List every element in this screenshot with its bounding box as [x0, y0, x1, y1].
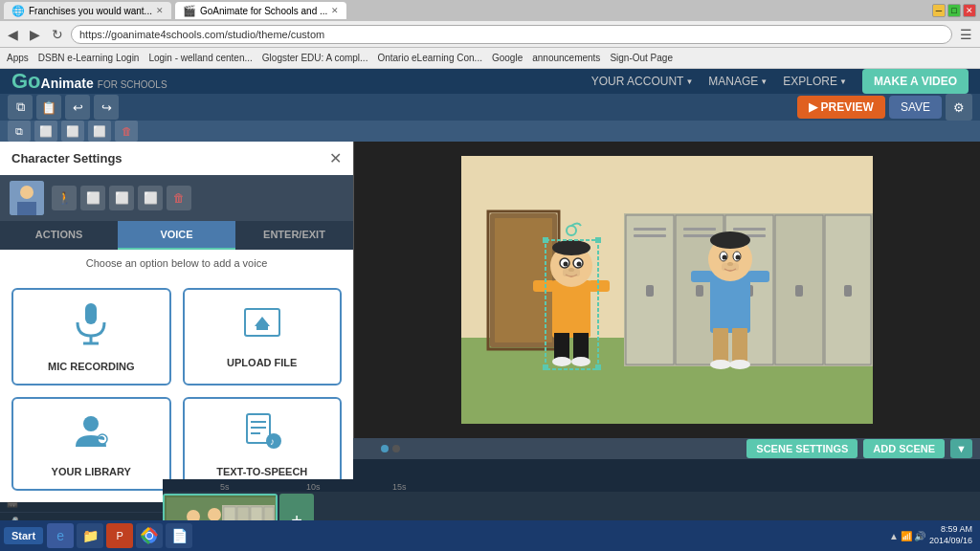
- bookmark-apps[interactable]: Apps: [4, 53, 32, 63]
- bookmark-ontario[interactable]: Ontario eLearning Con...: [374, 53, 485, 63]
- scene-dot-2[interactable]: [392, 445, 400, 452]
- char-tools: 🚶 ⬜ ⬜ ⬜ 🗑: [52, 186, 191, 210]
- tab-label: Franchises you would want...: [29, 6, 152, 16]
- svg-point-44: [571, 357, 590, 366]
- bookmark-signout[interactable]: Sign-Out Page: [607, 53, 676, 63]
- scene-tool-3[interactable]: ⬜: [61, 121, 84, 142]
- svg-point-43: [552, 357, 571, 366]
- voice-option-tts[interactable]: ♪ TEXT-TO-SPEECH: [183, 397, 343, 491]
- tab-active[interactable]: 🎬 GoAnimate for Schools and ... ✕: [175, 2, 346, 19]
- svg-rect-75: [543, 237, 548, 243]
- taskbar-item-folder[interactable]: 📁: [77, 523, 103, 548]
- files-icon: 📄: [171, 528, 188, 543]
- taskbar-item-chrome[interactable]: [136, 523, 163, 548]
- tab-close[interactable]: ✕: [156, 6, 164, 15]
- svg-rect-52: [563, 269, 580, 276]
- char-tool-delete[interactable]: 🗑: [167, 186, 191, 210]
- taskbar-item-ppt[interactable]: P: [106, 523, 133, 548]
- tab-close-active[interactable]: ✕: [331, 6, 339, 15]
- redo-button[interactable]: ↪: [94, 95, 119, 120]
- voice-option-library[interactable]: YOUR LIBRARY: [11, 397, 171, 491]
- panel-close-button[interactable]: ✕: [329, 149, 342, 167]
- minimize-button[interactable]: ─: [932, 4, 946, 17]
- back-button[interactable]: ◀: [4, 25, 22, 44]
- add-scene-button[interactable]: ADD SCENE: [863, 439, 945, 458]
- clock-date: 2014/09/16: [929, 536, 972, 547]
- tab-voice[interactable]: VOICE: [118, 221, 235, 250]
- svg-rect-30: [696, 285, 703, 297]
- toolbar-settings-button[interactable]: ⚙: [946, 94, 972, 121]
- svg-rect-36: [683, 228, 716, 231]
- bookmark-glogster[interactable]: Glogster EDU: A compl...: [259, 53, 371, 63]
- char-tool-copy[interactable]: ⬜: [80, 186, 105, 210]
- tray-network-icon: 📶: [901, 531, 912, 541]
- forward-button[interactable]: ▶: [26, 25, 44, 44]
- svg-point-63: [710, 231, 750, 249]
- svg-point-67: [736, 255, 741, 260]
- character-panel: Character Settings ✕ 🚶 ⬜ ⬜ ⬜ 🗑: [0, 142, 354, 438]
- char-tool-walk[interactable]: 🚶: [52, 186, 77, 210]
- tab-actions[interactable]: ACTIONS: [0, 221, 118, 250]
- manage-link[interactable]: MANAGE ▼: [708, 75, 768, 88]
- scene-settings-button[interactable]: SCENE SETTINGS: [746, 439, 858, 458]
- preview-label: PREVIEW: [821, 100, 874, 114]
- tab-inactive[interactable]: 🌐 Franchises you would want... ✕: [4, 2, 171, 19]
- scene-tool-4[interactable]: ⬜: [88, 121, 111, 142]
- add-scene-dropdown[interactable]: ▼: [950, 439, 972, 458]
- copy-button[interactable]: ⧉: [8, 95, 33, 120]
- bookmark-announcements[interactable]: announcements: [529, 53, 603, 63]
- taskbar-tray: ▲ 📶 🔊 8:59 AM 2014/09/16: [889, 524, 972, 546]
- scene-tool-2[interactable]: ⬜: [34, 121, 57, 142]
- bookmark-google[interactable]: Google: [489, 53, 525, 63]
- preview-button[interactable]: ▶ PREVIEW: [797, 96, 885, 119]
- library-icon: [70, 410, 112, 460]
- bookmark-login[interactable]: Login - welland centen...: [145, 53, 255, 63]
- address-bar[interactable]: https://goanimate4schools.com/studio/the…: [71, 25, 952, 44]
- clock-time: 8:59 AM: [929, 524, 972, 536]
- manage-label: MANAGE: [708, 75, 758, 88]
- start-button[interactable]: Start: [4, 527, 43, 544]
- taskbar-item-ie[interactable]: e: [47, 523, 74, 548]
- voice-option-mic[interactable]: MIC RECORDING: [11, 288, 171, 386]
- refresh-button[interactable]: ↻: [48, 25, 67, 44]
- account-link[interactable]: YOUR ACCOUNT ▼: [591, 75, 694, 88]
- save-button[interactable]: SAVE: [889, 96, 942, 119]
- svg-rect-35: [634, 234, 666, 237]
- tab-enter-exit[interactable]: ENTER/EXIT: [235, 221, 353, 250]
- svg-text:♪: ♪: [270, 436, 275, 447]
- scene-tool-1[interactable]: ⧉: [8, 121, 31, 142]
- chrome-icon: [141, 527, 158, 544]
- scene-dot-1[interactable]: [381, 445, 389, 452]
- tray-speaker-icon: 🔊: [914, 531, 925, 541]
- svg-marker-7: [255, 317, 270, 326]
- char-tool-flip[interactable]: ⬜: [109, 186, 134, 210]
- close-button[interactable]: ✕: [963, 4, 976, 17]
- char-tool-settings[interactable]: ⬜: [138, 186, 163, 210]
- svg-rect-29: [646, 285, 654, 297]
- maximize-button[interactable]: □: [947, 4, 961, 17]
- logo-for-schools: FOR SCHOOLS: [98, 79, 167, 90]
- taskbar-item-files[interactable]: 📄: [166, 523, 192, 548]
- main-content: Character Settings ✕ 🚶 ⬜ ⬜ ⬜ 🗑: [0, 142, 980, 438]
- svg-rect-59: [732, 328, 747, 362]
- scene-tool-delete[interactable]: 🗑: [115, 121, 138, 142]
- panel-header: Character Settings ✕: [0, 142, 353, 175]
- menu-button[interactable]: ☰: [956, 25, 976, 44]
- bookmark-dsbn[interactable]: DSBN e-Learning Login: [35, 53, 143, 63]
- manage-caret: ▼: [760, 77, 768, 86]
- folder-icon: 📁: [82, 528, 99, 543]
- svg-point-61: [729, 360, 750, 369]
- svg-point-49: [564, 262, 568, 267]
- explore-link[interactable]: EXPLORE ▼: [783, 75, 847, 88]
- ppt-icon: P: [116, 530, 122, 541]
- paste-button[interactable]: 📋: [36, 95, 61, 120]
- voice-option-upload[interactable]: UPLOAD FILE: [183, 288, 343, 386]
- scene-illustration: [461, 156, 873, 424]
- make-video-button[interactable]: MAKE A VIDEO: [862, 69, 969, 94]
- svg-rect-76: [595, 237, 601, 243]
- mic-label: MIC RECORDING: [48, 361, 134, 372]
- tts-icon: ♪: [241, 410, 283, 460]
- undo-button[interactable]: ↩: [65, 95, 90, 120]
- svg-point-60: [710, 360, 731, 369]
- logo-go: Go: [11, 69, 41, 94]
